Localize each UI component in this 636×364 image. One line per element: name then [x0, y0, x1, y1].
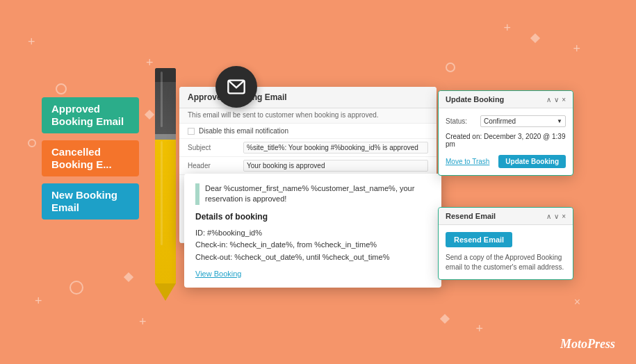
collapse-up-icon[interactable]: ∧	[546, 96, 551, 104]
collapse-down-icon[interactable]: ∨	[554, 96, 559, 104]
resend-email-title: Resend Email	[446, 212, 496, 220]
email-icon-circle	[215, 66, 257, 108]
deco-circle-2	[28, 139, 36, 147]
resend-description: Send a copy of the Approved Booking emai…	[446, 253, 566, 272]
approved-booking-label: Approved Booking Email	[42, 97, 139, 133]
email-icon	[227, 77, 246, 97]
subject-input[interactable]: %site_title%: Your booking #%booking_id%…	[243, 142, 428, 154]
update-booking-title: Update Booking	[446, 95, 504, 104]
status-label: Status:	[446, 117, 480, 125]
booking-id-line: ID: #%booking_id%	[195, 227, 430, 240]
status-value: Confirmed	[484, 117, 516, 125]
subject-label: Subject	[188, 144, 243, 151]
email-card-subtitle: This email will be sent to customer when…	[179, 108, 437, 124]
resend-email-body: Resend Email Send a copy of the Approved…	[439, 225, 573, 279]
deco-plus-3: +	[503, 21, 511, 35]
card-actions: Move to Trash Update Booking	[446, 155, 566, 168]
deco-diamond-4	[440, 314, 450, 324]
status-row: Status: Confirmed ▼	[446, 115, 566, 127]
deco-circle-1	[56, 83, 67, 94]
deco-plus-6: +	[139, 315, 147, 329]
deco-circle-3	[70, 281, 83, 295]
disable-label: Disable this email notification	[199, 127, 288, 135]
checkin-line: Check-in: %check_in_date%, from %check_i…	[195, 239, 430, 251]
close-icon[interactable]: ×	[562, 96, 566, 104]
deco-plus-4: +	[573, 42, 580, 56]
header-label-field: Header	[188, 162, 243, 169]
motopress-logo: MotoPress	[560, 337, 615, 351]
email-greeting: Dear %customer_first_name% %customer_las…	[197, 183, 430, 205]
update-booking-body: Status: Confirmed ▼ Created on: December…	[439, 108, 573, 175]
deco-plus-5: +	[35, 294, 42, 308]
update-booking-card: Update Booking ∧ ∨ × Status: Confirmed ▼…	[438, 90, 573, 176]
cancelled-booking-label: CancelledBooking E...	[42, 140, 139, 176]
resend-email-header: Resend Email ∧ ∨ ×	[439, 208, 573, 225]
resend-close-icon[interactable]: ×	[562, 213, 566, 220]
label-panel: Approved Booking Email CancelledBooking …	[42, 97, 139, 220]
pen-illustration	[152, 61, 179, 311]
header-input[interactable]: Your booking is approved	[243, 160, 428, 172]
details-heading: Details of booking	[195, 212, 430, 222]
header-row: Header Your booking is approved	[179, 157, 437, 175]
disable-checkbox[interactable]	[188, 128, 195, 135]
resend-collapse-up-icon[interactable]: ∧	[546, 213, 551, 220]
status-select[interactable]: Confirmed ▼	[480, 115, 566, 127]
resend-email-button[interactable]: Resend Email	[446, 232, 512, 247]
email-preview-card: Dear %customer_first_name% %customer_las…	[184, 174, 441, 288]
view-booking-link[interactable]: View Booking	[195, 270, 430, 278]
resend-collapse-down-icon[interactable]: ∨	[554, 213, 559, 220]
checkout-line: Check-out: %check_out_date%, until %chec…	[195, 251, 430, 264]
move-to-trash-link[interactable]: Move to Trash	[446, 158, 489, 165]
deco-diamond-3	[530, 33, 540, 43]
dropdown-arrow-icon: ▼	[557, 118, 562, 124]
booking-details-section: Details of booking ID: #%booking_id% Che…	[195, 212, 430, 278]
email-preview-border: Dear %customer_first_name% %customer_las…	[195, 183, 430, 205]
update-booking-icons: ∧ ∨ ×	[546, 96, 566, 104]
deco-plus-7: +	[475, 322, 483, 336]
new-booking-label: New BookingEmail	[42, 183, 139, 220]
disable-notification-row: Disable this email notification	[179, 124, 437, 139]
deco-circle-4	[446, 63, 455, 72]
deco-x-2: ×	[574, 296, 580, 308]
deco-plus-1: +	[28, 35, 35, 49]
resend-email-card: Resend Email ∧ ∨ × Resend Email Send a c…	[438, 207, 573, 280]
created-date: Created on: December 3, 2020 @ 1:39 pm	[446, 133, 566, 148]
update-booking-header: Update Booking ∧ ∨ ×	[439, 91, 573, 108]
deco-diamond-2	[124, 272, 133, 282]
subject-row: Subject %site_title%: Your booking #%boo…	[179, 139, 437, 157]
update-booking-button[interactable]: Update Booking	[498, 155, 566, 168]
resend-email-icons: ∧ ∨ ×	[546, 213, 566, 220]
